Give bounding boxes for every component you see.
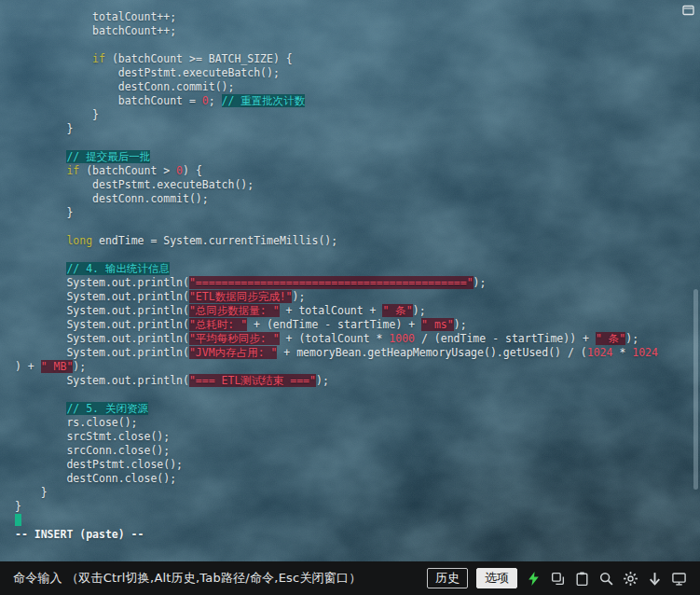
- code-line: System.out.println("总耗时: " + (endTime - …: [15, 318, 700, 332]
- code-line: System.out.println("====================…: [15, 276, 700, 290]
- command-input-hint[interactable]: 命令输入 （双击Ctrl切换,Alt历史,Tab路径/命令,Esc关闭窗口）: [13, 570, 361, 587]
- search-icon[interactable]: [598, 571, 614, 587]
- code-line: ) + " MB");: [15, 360, 700, 374]
- terminal-window: totalCount++; batchCount++; if (batchCou…: [0, 0, 700, 595]
- options-button[interactable]: 选项: [476, 568, 517, 588]
- code-line: System.out.println("总同步数据量: " + totalCou…: [15, 304, 700, 318]
- scrollbar-thumb[interactable]: [693, 289, 698, 490]
- down-arrow-icon[interactable]: [647, 571, 663, 587]
- code-line: destPstmt.executeBatch();: [15, 178, 700, 192]
- code-line: }: [15, 206, 700, 220]
- vim-cursor: [15, 514, 21, 526]
- code-line: }: [15, 486, 700, 500]
- code-line: srcConn.close();: [15, 444, 700, 458]
- code-line: }: [15, 500, 700, 514]
- paste-icon[interactable]: [574, 571, 590, 587]
- floating-window-icon[interactable]: [681, 3, 696, 18]
- lightning-icon[interactable]: [526, 571, 542, 587]
- code-line: if (batchCount >= BATCH_SIZE) {: [15, 52, 700, 66]
- code-line: // 4. 输出统计信息: [15, 262, 700, 276]
- code-line: System.out.println("ETL数据同步完成!");: [15, 290, 700, 304]
- cursor-line: [15, 514, 700, 528]
- gear-icon[interactable]: [623, 571, 638, 587]
- code-line: [15, 388, 700, 402]
- code-line: // 提交最后一批: [15, 150, 700, 164]
- code-line: // 5. 关闭资源: [15, 402, 700, 416]
- code-line: batchCount++;: [15, 24, 700, 38]
- code-line: totalCount++;: [15, 10, 700, 24]
- code-line: System.out.println("平均每秒同步: " + (totalCo…: [15, 332, 700, 346]
- copy-icon[interactable]: [550, 571, 566, 587]
- code-line: }: [15, 108, 700, 122]
- code-line: destPstmt.close();: [15, 458, 700, 472]
- code-line: srcStmt.close();: [15, 430, 700, 444]
- vim-status-line: -- INSERT (paste) --: [15, 528, 700, 542]
- code-line: System.out.println("=== ETL测试结束 ===");: [15, 374, 700, 388]
- code-line: destConn.close();: [15, 472, 700, 486]
- code-line: rs.close();: [15, 416, 700, 430]
- code-line: [15, 220, 700, 234]
- history-button[interactable]: 历史: [427, 568, 468, 588]
- terminal-screen[interactable]: totalCount++; batchCount++; if (batchCou…: [0, 0, 700, 561]
- code-line: long endTime = System.currentTimeMillis(…: [15, 234, 700, 248]
- code-line: batchCount = 0; // 重置批次计数: [15, 94, 700, 108]
- code-line: [15, 248, 700, 262]
- code-line: }: [15, 122, 700, 136]
- command-toolbar: 命令输入 （双击Ctrl切换,Alt历史,Tab路径/命令,Esc关闭窗口） 历…: [0, 561, 700, 595]
- code-line: System.out.println("JVM内存占用: " + memoryB…: [15, 346, 700, 360]
- code-area: totalCount++; batchCount++; if (batchCou…: [15, 10, 700, 514]
- monitor-icon[interactable]: [671, 571, 687, 587]
- code-line: if (batchCount > 0) {: [15, 164, 700, 178]
- code-line: destPstmt.executeBatch();: [15, 66, 700, 80]
- code-line: [15, 38, 700, 52]
- code-line: destConn.commit();: [15, 80, 700, 94]
- code-line: destConn.commit();: [15, 192, 700, 206]
- toolbar-actions: 历史 选项: [427, 568, 687, 588]
- code-line: [15, 136, 700, 150]
